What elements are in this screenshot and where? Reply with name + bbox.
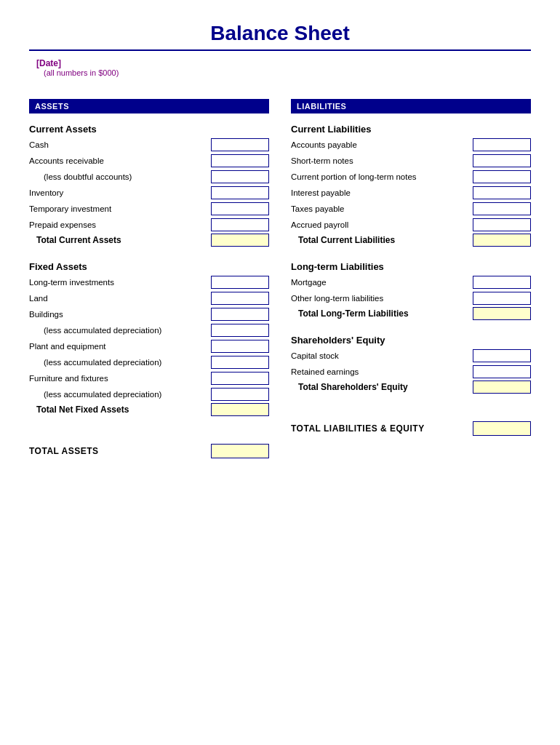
other-longterm-liabilities-label: Other long-term liabilities bbox=[291, 294, 473, 303]
total-equity-value[interactable] bbox=[473, 381, 531, 394]
temp-investment-label: Temporary investment bbox=[29, 204, 211, 213]
mortgage-label: Mortgage bbox=[291, 278, 473, 287]
other-longterm-liabilities-line: Other long-term liabilities bbox=[291, 291, 531, 306]
total-longterm-liabilities-value[interactable] bbox=[473, 307, 531, 320]
short-term-notes-label: Short-term notes bbox=[291, 156, 473, 165]
less-accum-dep-furniture-value[interactable] bbox=[211, 388, 269, 401]
inventory-label: Inventory bbox=[29, 188, 211, 197]
capital-stock-value[interactable] bbox=[473, 349, 531, 362]
prepaid-expenses-label: Prepaid expenses bbox=[29, 220, 211, 229]
cash-line: Cash bbox=[29, 138, 269, 152]
land-label: Land bbox=[29, 294, 211, 303]
prepaid-expenses-value[interactable] bbox=[211, 218, 269, 231]
total-current-liabilities-value[interactable] bbox=[473, 234, 531, 247]
plant-equipment-value[interactable] bbox=[211, 340, 269, 353]
accounts-payable-value[interactable] bbox=[473, 138, 531, 151]
taxes-payable-line: Taxes payable bbox=[291, 202, 531, 216]
taxes-payable-label: Taxes payable bbox=[291, 204, 473, 213]
less-doubtful-value[interactable] bbox=[211, 170, 269, 183]
total-current-assets-value[interactable] bbox=[211, 234, 269, 247]
current-portion-longterm-line: Current portion of long-term notes bbox=[291, 170, 531, 184]
retained-earnings-label: Retained earnings bbox=[291, 367, 473, 376]
accrued-payroll-value[interactable] bbox=[473, 218, 531, 231]
less-doubtful-label: (less doubtful accounts) bbox=[29, 172, 211, 181]
taxes-payable-value[interactable] bbox=[473, 202, 531, 215]
plant-equipment-line: Plant and equipment bbox=[29, 339, 269, 354]
current-assets-title: Current Assets bbox=[29, 124, 269, 135]
total-net-fixed-assets-value[interactable] bbox=[211, 403, 269, 416]
longterm-investments-label: Long-term investments bbox=[29, 278, 211, 287]
subtitle: (all numbers in $000) bbox=[44, 68, 531, 77]
buildings-value[interactable] bbox=[211, 308, 269, 321]
short-term-notes-value[interactable] bbox=[473, 154, 531, 167]
total-current-liabilities-line: Total Current Liabilities bbox=[291, 234, 531, 247]
less-accum-dep-buildings-value[interactable] bbox=[211, 324, 269, 337]
assets-column: ASSETS Current Assets Cash Accounts rece… bbox=[29, 99, 269, 458]
longterm-investments-line: Long-term investments bbox=[29, 275, 269, 290]
less-accum-dep-buildings-label: (less accumulated depreciation) bbox=[29, 326, 211, 335]
current-portion-longterm-value[interactable] bbox=[473, 170, 531, 183]
accounts-receivable-value[interactable] bbox=[211, 154, 269, 167]
short-term-notes-line: Short-term notes bbox=[291, 154, 531, 168]
land-value[interactable] bbox=[211, 292, 269, 305]
less-accum-dep-plant-line: (less accumulated depreciation) bbox=[29, 355, 269, 370]
other-longterm-liabilities-value[interactable] bbox=[473, 292, 531, 305]
longterm-investments-value[interactable] bbox=[211, 276, 269, 289]
less-accum-dep-plant-value[interactable] bbox=[211, 356, 269, 369]
accounts-receivable-line: Accounts receivable bbox=[29, 154, 269, 168]
current-liabilities-title: Current Liabilities bbox=[291, 124, 531, 135]
total-assets-label: TOTAL ASSETS bbox=[29, 446, 99, 456]
date-label: [Date] bbox=[36, 58, 531, 68]
total-assets-section: TOTAL ASSETS bbox=[29, 438, 269, 458]
current-portion-longterm-label: Current portion of long-term notes bbox=[291, 172, 473, 181]
total-liabilities-equity-value[interactable] bbox=[473, 421, 531, 436]
interest-payable-line: Interest payable bbox=[291, 186, 531, 200]
retained-earnings-value[interactable] bbox=[473, 365, 531, 378]
cash-label: Cash bbox=[29, 140, 211, 149]
buildings-label: Buildings bbox=[29, 310, 211, 319]
total-current-liabilities-label: Total Current Liabilities bbox=[291, 235, 473, 245]
less-accum-dep-plant-label: (less accumulated depreciation) bbox=[29, 358, 211, 367]
liabilities-header: LIABILITIES bbox=[291, 99, 531, 113]
furniture-fixtures-value[interactable] bbox=[211, 372, 269, 385]
accrued-payroll-line: Accrued payroll bbox=[291, 218, 531, 232]
buildings-line: Buildings bbox=[29, 307, 269, 322]
total-net-fixed-assets-line: Total Net Fixed Assets bbox=[29, 403, 269, 416]
total-current-assets-label: Total Current Assets bbox=[29, 235, 211, 245]
total-liabilities-equity-label: TOTAL LIABILITIES & EQUITY bbox=[291, 423, 425, 434]
temp-investment-value[interactable] bbox=[211, 202, 269, 215]
less-accum-dep-furniture-label: (less accumulated depreciation) bbox=[29, 390, 211, 399]
page-title: Balance Sheet bbox=[29, 22, 531, 45]
less-doubtful-line: (less doubtful accounts) bbox=[29, 170, 269, 184]
longterm-liabilities-title: Long-term Liabilities bbox=[291, 261, 531, 272]
mortgage-value[interactable] bbox=[473, 276, 531, 289]
temp-investment-line: Temporary investment bbox=[29, 202, 269, 216]
less-accum-dep-buildings-line: (less accumulated depreciation) bbox=[29, 323, 269, 338]
interest-payable-label: Interest payable bbox=[291, 188, 473, 197]
furniture-fixtures-line: Furniture and fixtures bbox=[29, 371, 269, 386]
capital-stock-label: Capital stock bbox=[291, 351, 473, 360]
inventory-line: Inventory bbox=[29, 186, 269, 200]
prepaid-expenses-line: Prepaid expenses bbox=[29, 218, 269, 232]
total-assets-value[interactable] bbox=[211, 444, 269, 458]
accrued-payroll-label: Accrued payroll bbox=[291, 220, 473, 229]
land-line: Land bbox=[29, 291, 269, 306]
accounts-payable-line: Accounts payable bbox=[291, 138, 531, 152]
total-equity-label: Total Shareholders' Equity bbox=[291, 382, 473, 392]
interest-payable-value[interactable] bbox=[473, 186, 531, 199]
liabilities-column: LIABILITIES Current Liabilities Accounts… bbox=[291, 99, 531, 458]
accounts-receivable-label: Accounts receivable bbox=[29, 156, 211, 165]
capital-stock-line: Capital stock bbox=[291, 348, 531, 363]
inventory-value[interactable] bbox=[211, 186, 269, 199]
total-net-fixed-assets-label: Total Net Fixed Assets bbox=[29, 405, 211, 415]
cash-value[interactable] bbox=[211, 138, 269, 151]
plant-equipment-label: Plant and equipment bbox=[29, 342, 211, 351]
assets-header: ASSETS bbox=[29, 99, 269, 113]
less-accum-dep-furniture-line: (less accumulated depreciation) bbox=[29, 387, 269, 402]
total-current-assets-line: Total Current Assets bbox=[29, 234, 269, 247]
total-liabilities-equity-section: TOTAL LIABILITIES & EQUITY bbox=[291, 415, 531, 436]
fixed-assets-title: Fixed Assets bbox=[29, 261, 269, 272]
furniture-fixtures-label: Furniture and fixtures bbox=[29, 374, 211, 383]
mortgage-line: Mortgage bbox=[291, 275, 531, 290]
total-longterm-liabilities-label: Total Long-Term Liabilities bbox=[291, 308, 473, 319]
